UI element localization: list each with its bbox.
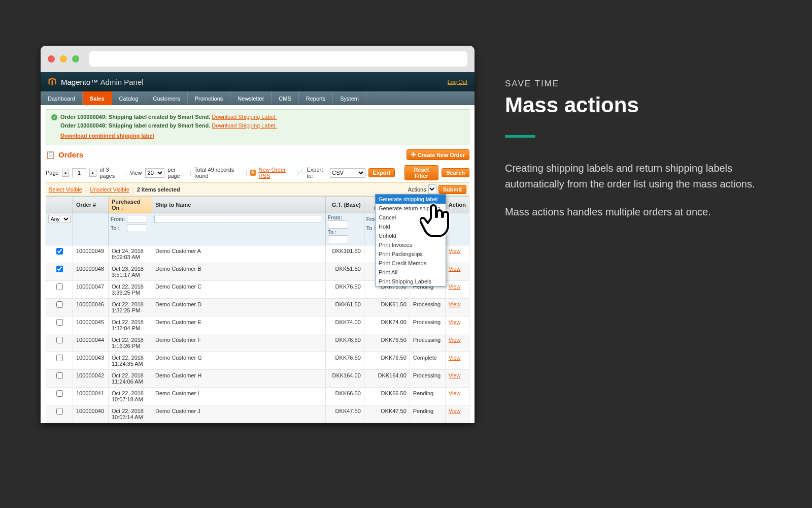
action-option[interactable]: Generate return shipping (376, 204, 446, 213)
page-input[interactable] (72, 168, 86, 177)
col-purchased[interactable]: Purchased On ↓ (109, 197, 152, 213)
col-order[interactable]: Order # (73, 197, 109, 213)
unselect-visible-link[interactable]: Unselect Visible (90, 186, 129, 193)
view-link[interactable]: View (449, 337, 461, 343)
url-bar[interactable] (89, 51, 467, 67)
view-link[interactable]: View (449, 248, 461, 254)
view-link[interactable]: View (449, 390, 461, 396)
sort-desc-icon: ↓ (121, 205, 124, 211)
nav-dashboard[interactable]: Dashboard (41, 91, 83, 105)
action-option[interactable]: Cancel (376, 213, 446, 222)
prev-page-button[interactable]: ◂ (62, 169, 69, 177)
cell-date: Oct 22, 2018 3:36:25 PM (109, 281, 152, 299)
view-link[interactable]: View (449, 408, 461, 414)
cell-ship-to: Demo Customer H (152, 370, 326, 388)
table-row: 100000041Oct 22, 2018 10:07:18 AMDemo Cu… (46, 388, 469, 405)
check-icon: ✓ (51, 114, 57, 120)
filter-base-from[interactable] (328, 220, 348, 229)
cell-purchased: DKK74.00 (364, 316, 410, 334)
nav-cms[interactable]: CMS (272, 91, 298, 105)
export-format-select[interactable]: CSV (330, 168, 365, 178)
cell-date: Oct 24, 2018 8:09:03 AM (109, 245, 152, 263)
filter-ship-to[interactable] (154, 215, 321, 223)
row-checkbox[interactable] (56, 301, 63, 308)
view-link[interactable]: View (449, 283, 461, 290)
cell-base: DKK101.50 (325, 245, 364, 263)
table-row: 100000045Oct 22, 2018 1:32:04 PMDemo Cus… (46, 316, 469, 334)
action-option[interactable]: Unhold (376, 231, 446, 240)
cell-order: 100000042 (73, 370, 109, 388)
cell-date: Oct 22, 2018 11:24:06 AM (109, 370, 152, 388)
action-option[interactable]: Print Invoices (376, 240, 446, 249)
action-option[interactable]: Hold (376, 222, 446, 231)
row-checkbox[interactable] (56, 266, 63, 272)
nav-sales[interactable]: Sales (83, 91, 112, 105)
per-page-select[interactable]: 20 (145, 168, 165, 178)
create-order-button[interactable]: ✚ Create New Order (407, 149, 469, 160)
view-link[interactable]: View (449, 301, 461, 307)
nav-newsletter[interactable]: Newsletter (230, 91, 272, 105)
cell-ship-to: Demo Customer G (152, 352, 326, 370)
cell-purchased: DKK66.50 (364, 388, 410, 405)
row-checkbox[interactable] (56, 390, 63, 397)
logout-link[interactable]: Log Out (448, 79, 467, 85)
reset-filter-button[interactable]: Reset Filter (404, 165, 439, 180)
view-label: View (130, 170, 142, 176)
close-window-icon[interactable] (48, 55, 55, 62)
select-visible-link[interactable]: Select Visible (49, 186, 82, 193)
action-option[interactable]: Generate shipping label (376, 195, 446, 204)
cell-ship-to: Demo Customer E (152, 316, 326, 334)
cell-status: Processing (410, 316, 445, 334)
cell-date: Oct 22, 2018 10:07:18 AM (109, 388, 152, 405)
export-button[interactable]: Export (368, 168, 395, 177)
view-link[interactable]: View (449, 319, 461, 325)
submit-button[interactable]: Submit (438, 185, 466, 194)
rss-link[interactable]: New Order RSS (259, 167, 294, 179)
nav-reports[interactable]: Reports (299, 91, 333, 105)
success-messages: ✓ Order 100000049: Shipping label create… (46, 109, 469, 145)
row-checkbox[interactable] (56, 319, 63, 326)
cell-status: Pending (410, 405, 445, 423)
magento-title: Magento™ Admin Panel (61, 78, 144, 86)
col-action[interactable]: Action (445, 197, 469, 213)
download-label-link-1[interactable]: Download Shipping Label. (212, 114, 277, 120)
cell-order: 100000040 (73, 405, 109, 423)
next-page-button[interactable]: ▸ (89, 169, 96, 177)
row-checkbox[interactable] (56, 355, 63, 361)
magento-logo-icon (48, 77, 57, 86)
minimize-window-icon[interactable] (60, 55, 67, 62)
view-link[interactable]: View (449, 266, 461, 272)
nav-promotions[interactable]: Promotions (188, 91, 231, 105)
orders-icon: 📋 (46, 150, 55, 160)
view-link[interactable]: View (449, 355, 461, 361)
table-row: 100000044Oct 22, 2018 1:16:26 PMDemo Cus… (46, 334, 469, 352)
action-option[interactable]: Print Packingslips (376, 249, 446, 259)
filter-any-select[interactable]: Any (48, 215, 71, 223)
download-label-link-2[interactable]: Download Shipping Label. (212, 122, 277, 129)
filter-base-to[interactable] (328, 235, 348, 243)
row-checkbox[interactable] (56, 408, 63, 415)
filter-date-to[interactable] (127, 224, 147, 232)
row-checkbox[interactable] (56, 248, 63, 255)
filter-date-from[interactable] (127, 215, 147, 223)
row-checkbox[interactable] (56, 372, 63, 379)
actions-select[interactable] (428, 184, 436, 194)
nav-customers[interactable]: Customers (146, 91, 188, 105)
col-ship-to[interactable]: Ship to Name (152, 197, 326, 213)
download-combined-link[interactable]: Download combined shipping label (60, 133, 154, 139)
action-option[interactable]: Print All (376, 268, 446, 277)
nav-system[interactable]: System (333, 91, 366, 105)
action-option[interactable]: Print Credit Memos (376, 259, 446, 268)
maximize-window-icon[interactable] (72, 55, 79, 62)
cell-order: 100000047 (73, 281, 109, 299)
cell-status: Processing (410, 299, 445, 316)
nav-catalog[interactable]: Catalog (112, 91, 146, 105)
magento-header: Magento™ Admin Panel Log Out (41, 72, 475, 91)
view-link[interactable]: View (449, 372, 461, 378)
col-base[interactable]: G.T. (Base) (325, 197, 364, 213)
row-checkbox[interactable] (56, 283, 63, 290)
row-checkbox[interactable] (56, 337, 63, 343)
action-option[interactable]: Print Shipping Labels (376, 277, 446, 286)
search-button[interactable]: Search (442, 168, 469, 177)
per-page-label: per page (167, 167, 187, 179)
